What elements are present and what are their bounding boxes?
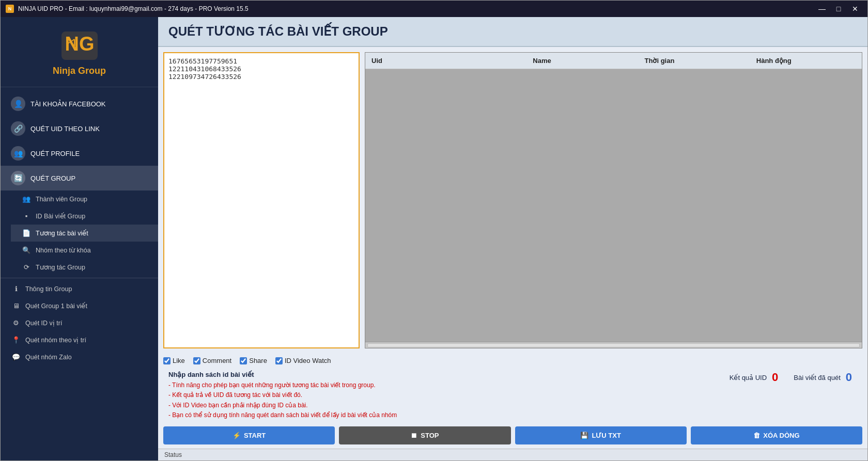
- table-scrollbar[interactable]: [365, 342, 862, 348]
- logo-icon: NG: [59, 27, 100, 63]
- stop-label: STOP: [421, 432, 439, 439]
- stat-scanned: Bài viết đã quét 0: [794, 371, 852, 384]
- save-button[interactable]: 💾 LƯU TXT: [515, 426, 687, 444]
- sidebar: NG Ninja Group 👤 TÀI KHOẢN FACEBOOK 🔗 QU…: [1, 17, 158, 460]
- sidebar-sub-thanh-vien[interactable]: 👥 Thành viên Group: [11, 190, 158, 208]
- sidebar-item-quet-id[interactable]: ⚙ Quét ID vị trí: [1, 314, 158, 331]
- video-watch-label: ID Video Watch: [285, 357, 331, 364]
- result-uid-label: Kết quả UID: [730, 374, 767, 381]
- sidebar-label-uid-link: QUÉT UID THEO LINK: [30, 125, 100, 133]
- info-line-1: - Tính năng cho phép bạn quét những ngườ…: [168, 380, 714, 390]
- sidebar-sub-label-tuong-tac-group: Tương tác Group: [36, 263, 85, 271]
- sidebar-label-quet-id: Quét ID vị trí: [25, 319, 62, 327]
- quet-1-icon: 🖥: [11, 302, 21, 310]
- quet-nhom-icon: 📍: [11, 336, 21, 344]
- app-icon: N: [6, 5, 14, 13]
- col-name: Name: [526, 53, 638, 69]
- sidebar-item-quet-nhom[interactable]: 📍 Quét nhóm theo vị trí: [1, 331, 158, 348]
- info-section: Nhập danh sách id bài viết - Tính năng c…: [163, 369, 719, 422]
- sidebar-item-quet-zalo[interactable]: 💬 Quét nhóm Zalo: [1, 348, 158, 365]
- comment-checkbox[interactable]: [193, 357, 200, 364]
- checkbox-like[interactable]: Like: [163, 357, 185, 364]
- main-layout: NG Ninja Group 👤 TÀI KHOẢN FACEBOOK 🔗 QU…: [1, 17, 867, 460]
- checkbox-comment[interactable]: Comment: [193, 357, 231, 364]
- start-button[interactable]: ⚡ START: [163, 426, 335, 444]
- sidebar-item-quet-1[interactable]: 🖥 Quét Group 1 bài viết: [1, 297, 158, 314]
- quet-id-icon: ⚙: [11, 319, 21, 327]
- table-body: [365, 69, 862, 342]
- close-button[interactable]: ✕: [848, 4, 862, 14]
- sidebar-sub-menu: 👥 Thành viên Group ▪ ID Bài viết Group 📄…: [1, 190, 158, 276]
- sidebar-item-group[interactable]: 🔄 QUÉT GROUP: [1, 166, 158, 190]
- sidebar-item-profile[interactable]: 👥 QUÉT PROFILE: [1, 141, 158, 166]
- main-window: N NINJA UID PRO - Email : luquynhmai99@g…: [0, 0, 868, 461]
- sidebar-sub-label-tuong-tac: Tương tác bài viết: [36, 229, 88, 237]
- stop-icon: ⏹: [411, 432, 417, 439]
- info-line-2: - Kết quả trả về UID đã tương tác với bà…: [168, 390, 714, 400]
- start-label: START: [244, 432, 266, 439]
- clear-label: XÓA DÒNG: [763, 432, 799, 439]
- sidebar-sub-tuong-tac[interactable]: 📄 Tương tác bài viết: [11, 225, 158, 242]
- uid-textarea[interactable]: 16765653197759651 122110431068433526 122…: [163, 52, 360, 348]
- facebook-icon: 👤: [11, 97, 25, 111]
- content-header: QUÉT TƯƠNG TÁC BÀI VIẾT GROUP: [158, 17, 867, 47]
- nhom-tu-khoa-icon: 🔍: [21, 246, 32, 254]
- sidebar-sub-label-nhom-tu-khoa: Nhóm theo từ khóa: [36, 246, 91, 254]
- like-checkbox[interactable]: [163, 357, 171, 364]
- stats-section: Kết quả UID 0 Bài viết đã quét 0: [719, 369, 862, 386]
- scrollbar-track[interactable]: [367, 343, 860, 347]
- info-stats-row: Nhập danh sách id bài viết - Tính năng c…: [158, 369, 867, 422]
- sidebar-divider: [1, 278, 158, 278]
- title-bar-text: NINJA UID PRO - Email : luquynhmai99@gma…: [18, 5, 249, 12]
- sidebar-label-thong-tin: Thông tin Group: [25, 285, 72, 293]
- sidebar-sub-id-bai-viet[interactable]: ▪ ID Bài viết Group: [11, 208, 158, 225]
- svg-text:NG: NG: [65, 33, 94, 55]
- sidebar-item-uid-link[interactable]: 🔗 QUÉT UID THEO LINK: [1, 116, 158, 141]
- result-uid-value: 0: [772, 371, 778, 384]
- checkbox-share[interactable]: Share: [240, 357, 267, 364]
- id-bai-viet-icon: ▪: [21, 212, 32, 220]
- sidebar-menu: 👤 TÀI KHOẢN FACEBOOK 🔗 QUÉT UID THEO LIN…: [1, 87, 158, 460]
- status-bar: Status: [158, 449, 867, 460]
- info-text: - Tính năng cho phép bạn quét những ngườ…: [168, 380, 714, 420]
- col-time: Thời gian: [639, 53, 750, 69]
- title-bar-controls: — □ ✕: [815, 4, 862, 14]
- video-watch-checkbox[interactable]: [275, 357, 283, 364]
- sidebar-label-profile: QUÉT PROFILE: [30, 150, 80, 157]
- sidebar-sub-nhom-tu-khoa[interactable]: 🔍 Nhóm theo từ khóa: [11, 242, 158, 259]
- checkbox-video-watch[interactable]: ID Video Watch: [275, 357, 331, 364]
- status-text: Status: [164, 451, 182, 458]
- table-header: Uid Name Thời gian Hành động: [365, 53, 862, 69]
- sidebar-item-thong-tin[interactable]: ℹ Thông tin Group: [1, 280, 158, 297]
- sidebar-logo: NG Ninja Group: [1, 17, 158, 87]
- sidebar-label-quet-nhom: Quét nhóm theo vị trí: [25, 336, 86, 344]
- checkboxes-row: Like Comment Share ID Video Watch: [163, 357, 862, 364]
- stop-button[interactable]: ⏹ STOP: [339, 426, 510, 444]
- uid-link-icon: 🔗: [11, 121, 25, 136]
- info-line-3: - Với ID Video bạn cần phải nhập đúng ID…: [168, 401, 714, 410]
- results-table: Uid Name Thời gian Hành động: [365, 52, 862, 348]
- maximize-button[interactable]: □: [831, 4, 846, 14]
- title-bar-left: N NINJA UID PRO - Email : luquynhmai99@g…: [6, 5, 249, 13]
- minimize-button[interactable]: —: [815, 4, 829, 14]
- thong-tin-icon: ℹ: [11, 285, 21, 293]
- share-label: Share: [249, 357, 267, 364]
- input-title: Nhập danh sách id bài viết: [168, 371, 714, 378]
- col-action: Hành động: [750, 53, 862, 69]
- tuong-tac-icon: 📄: [21, 229, 32, 237]
- share-checkbox[interactable]: [240, 357, 247, 364]
- sidebar-sub-tuong-tac-group[interactable]: ⟳ Tương tác Group: [11, 259, 158, 276]
- group-icon: 🔄: [11, 171, 25, 185]
- stat-result-uid: Kết quả UID 0: [730, 371, 779, 384]
- col-uid: Uid: [365, 53, 526, 69]
- start-icon: ⚡: [233, 432, 241, 439]
- sidebar-item-facebook[interactable]: 👤 TÀI KHOẢN FACEBOOK: [1, 91, 158, 116]
- left-panel: 16765653197759651 122110431068433526 122…: [163, 52, 360, 348]
- content-body: 16765653197759651 122110431068433526 122…: [158, 47, 867, 354]
- sidebar-sub-label-id-bai-viet: ID Bài viết Group: [36, 212, 85, 220]
- logo-text: Ninja Group: [53, 66, 106, 76]
- clear-button[interactable]: 🗑 XÓA DÒNG: [691, 426, 862, 444]
- page-title: QUÉT TƯƠNG TÁC BÀI VIẾT GROUP: [168, 24, 857, 39]
- info-line-4: - Bạn có thể sử dụng tính năng quét danh…: [168, 410, 714, 420]
- title-bar: N NINJA UID PRO - Email : luquynhmai99@g…: [1, 1, 867, 17]
